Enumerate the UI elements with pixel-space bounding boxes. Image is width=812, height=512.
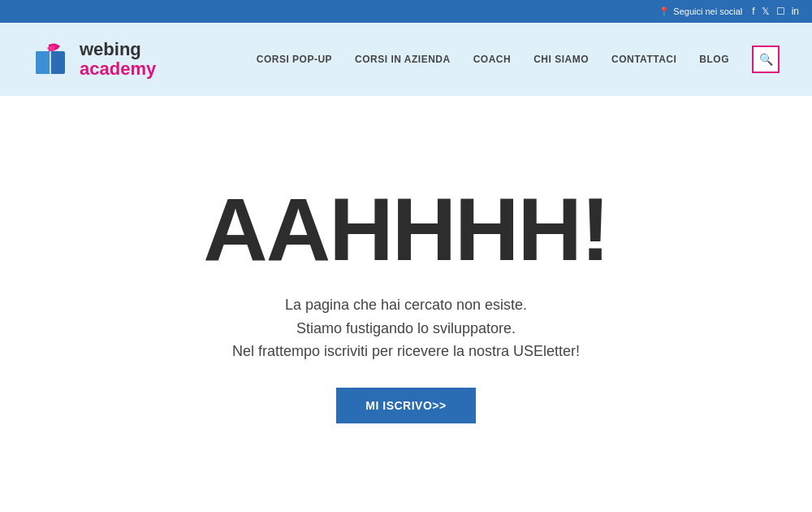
- header: webing academy CORSI POP-UP CORSI IN AZI…: [0, 23, 812, 96]
- error-message: La pagina che hai cercato non esiste. St…: [232, 293, 580, 363]
- error-title: AAHHHH!: [203, 184, 608, 274]
- error-line3: Nel frattempo iscriviti per ricevere la …: [232, 343, 580, 359]
- error-line2: Stiamo fustigando lo sviluppatore.: [296, 320, 516, 336]
- twitter-icon[interactable]: 𝕏: [762, 6, 770, 17]
- logo-webing: webing: [80, 40, 156, 59]
- subscribe-button[interactable]: MI ISCRIVO>>: [336, 388, 475, 423]
- nav: CORSI POP-UP CORSI IN AZIENDA COACH CHI …: [257, 46, 780, 73]
- logo-icon: [32, 40, 71, 79]
- linkedin-icon[interactable]: in: [792, 6, 799, 17]
- search-icon: 🔍: [759, 53, 773, 66]
- logo-text: webing academy: [80, 40, 156, 79]
- social-label: 📍 Seguici nei social: [659, 7, 742, 17]
- search-button[interactable]: 🔍: [752, 46, 780, 73]
- social-label-text: Seguici nei social: [673, 7, 742, 16]
- social-icons: f 𝕏 ☐ in: [752, 6, 799, 17]
- logo-academy: academy: [80, 59, 156, 79]
- top-bar: 📍 Seguici nei social f 𝕏 ☐ in: [0, 0, 812, 23]
- nav-coach[interactable]: COACH: [473, 54, 512, 65]
- instagram-icon[interactable]: ☐: [776, 6, 785, 17]
- facebook-icon[interactable]: f: [752, 6, 754, 17]
- svg-rect-1: [36, 51, 50, 74]
- nav-chi-siamo[interactable]: CHI SIAMO: [533, 54, 589, 65]
- nav-corsi-popup[interactable]: CORSI POP-UP: [257, 54, 332, 65]
- nav-blog[interactable]: BLOG: [699, 54, 729, 65]
- logo-area[interactable]: webing academy: [32, 40, 156, 79]
- nav-contattaci[interactable]: CONTATTACI: [611, 54, 676, 65]
- nav-corsi-azienda[interactable]: CORSI IN AZIENDA: [355, 54, 451, 65]
- error-line1: La pagina che hai cercato non esiste.: [285, 297, 527, 313]
- main-content: AAHHHH! La pagina che hai cercato non es…: [0, 96, 812, 512]
- pin-icon: 📍: [659, 7, 670, 17]
